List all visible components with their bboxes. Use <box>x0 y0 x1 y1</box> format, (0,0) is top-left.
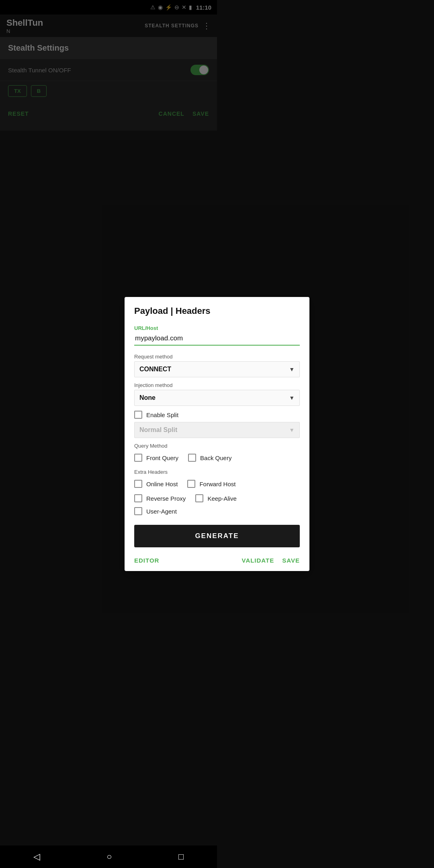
normal-split-dropdown: Normal Split ▼ <box>134 422 217 434</box>
url-label: URL/Host <box>134 325 217 331</box>
payload-headers-dialog: Payload | Headers URL/Host Request metho… <box>125 297 217 434</box>
dialog-body: URL/Host Request method CONNECT ▼ Inject… <box>125 320 217 434</box>
dialog-title: Payload | Headers <box>125 297 217 320</box>
injection-method-value: None <box>139 394 156 401</box>
enable-split-checkbox[interactable] <box>134 411 142 419</box>
request-method-label: Request method <box>134 354 217 360</box>
injection-method-dropdown[interactable]: None ▼ <box>134 390 217 406</box>
request-method-value: CONNECT <box>139 366 171 373</box>
injection-method-label: Injection method <box>134 382 217 388</box>
request-method-dropdown[interactable]: CONNECT ▼ <box>134 361 217 377</box>
enable-split-label: Enable Split <box>146 411 178 418</box>
normal-split-value: Normal Split <box>139 426 177 434</box>
enable-split-row: Enable Split <box>134 411 217 419</box>
url-input[interactable] <box>134 333 217 346</box>
